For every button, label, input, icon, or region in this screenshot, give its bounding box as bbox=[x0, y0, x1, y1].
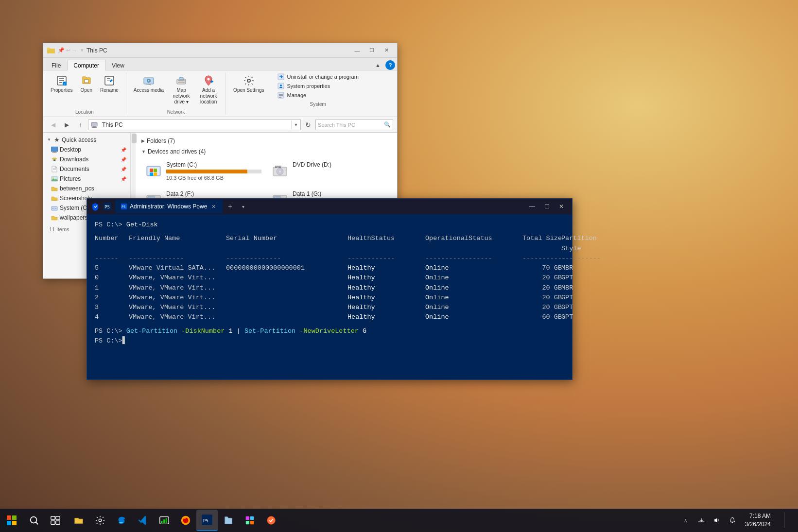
ps-minimize[interactable]: — bbox=[525, 201, 539, 212]
forward-button[interactable]: ▶ bbox=[61, 119, 72, 131]
maximize-button[interactable]: ☐ bbox=[365, 46, 379, 55]
tab-file[interactable]: File bbox=[45, 60, 67, 70]
ps-close[interactable]: ✕ bbox=[555, 201, 568, 212]
address-path-container[interactable]: This PC ▼ bbox=[88, 120, 301, 130]
drives-chevron: ▼ bbox=[141, 149, 146, 154]
sidebar-item-between-pcs[interactable]: between_pcs bbox=[43, 184, 130, 193]
settings-taskbar[interactable] bbox=[89, 510, 111, 531]
up-button[interactable]: ↑ bbox=[74, 119, 86, 131]
powershell-taskbar[interactable]: PS bbox=[196, 510, 218, 531]
map-drive-button[interactable]: Map network drive ▾ bbox=[168, 72, 194, 107]
show-desktop-button[interactable] bbox=[777, 510, 794, 531]
documents-icon bbox=[51, 166, 58, 172]
system-props-item[interactable]: System properties bbox=[275, 82, 360, 90]
system-c-bar-container bbox=[166, 170, 261, 173]
search-box[interactable]: Search This PC 🔍 bbox=[315, 120, 393, 130]
undo-btn[interactable]: ↩ bbox=[66, 47, 70, 53]
ps-dropdown[interactable]: ▾ bbox=[237, 201, 249, 212]
ps-tab-main[interactable]: PS Administrator: Windows Powe ✕ bbox=[115, 200, 223, 213]
tab-view[interactable]: View bbox=[105, 60, 131, 70]
svg-rect-30 bbox=[91, 122, 97, 126]
task-view-icon bbox=[50, 515, 61, 526]
quick-access-header[interactable]: ▼ ★ Quick access bbox=[43, 135, 130, 145]
sidebar-item-pictures[interactable]: Pictures 📌 bbox=[43, 174, 130, 184]
taskbar-datetime[interactable]: 7:18 AM 3/26/2024 bbox=[741, 512, 775, 529]
svg-line-68 bbox=[36, 522, 38, 525]
uninstall-item[interactable]: Uninstall or change a program bbox=[275, 72, 360, 81]
ribbon-collapse[interactable]: ▲ bbox=[372, 62, 383, 68]
system-c-space: 10.3 GB free of 68.8 GB bbox=[166, 175, 261, 181]
firefox-taskbar[interactable] bbox=[175, 510, 196, 531]
filemanager-taskbar[interactable] bbox=[218, 510, 239, 531]
app2-taskbar[interactable] bbox=[260, 510, 282, 531]
location-buttons: ✓ Properties Open bbox=[47, 72, 122, 107]
tray-volume[interactable] bbox=[710, 510, 724, 531]
open-settings-button[interactable]: Open Settings bbox=[230, 72, 267, 95]
drive-system-c[interactable]: System (C:) 10.3 GB free of 68.8 GB bbox=[141, 158, 265, 184]
svg-rect-64 bbox=[12, 515, 17, 520]
ps-cmd2-get: Get-Partition bbox=[126, 326, 177, 336]
vscode-taskbar[interactable] bbox=[132, 510, 154, 531]
redo-btn[interactable]: → bbox=[72, 48, 77, 53]
quick-access-chevron: ▼ bbox=[47, 137, 52, 142]
tab-computer[interactable]: Computer bbox=[67, 60, 105, 70]
drive-dvd-d[interactable]: DVD DVD Drive (D:) bbox=[268, 158, 391, 184]
svg-rect-25 bbox=[279, 87, 282, 88]
taskmanager-taskbar[interactable] bbox=[154, 510, 175, 531]
ps-tab-close[interactable]: ✕ bbox=[210, 203, 217, 210]
file-explorer-taskbar[interactable] bbox=[68, 510, 89, 531]
path-dropdown[interactable]: ▼ bbox=[292, 122, 300, 127]
window-controls: — ☐ ✕ bbox=[350, 46, 393, 55]
svg-rect-69 bbox=[51, 516, 55, 519]
system-c-label: System (C:) bbox=[60, 205, 90, 211]
access-media-button[interactable]: Access media bbox=[130, 72, 167, 95]
app1-taskbar[interactable] bbox=[239, 510, 260, 531]
ribbon-help[interactable]: ? bbox=[385, 60, 395, 70]
taskbar-pinned-apps: PS bbox=[66, 510, 679, 531]
settings-icon bbox=[95, 515, 105, 526]
svg-point-86 bbox=[267, 516, 276, 525]
address-bar: ◀ ▶ ↑ This PC ▼ ↻ Search This PC 🔍 bbox=[43, 117, 397, 133]
svg-rect-85 bbox=[250, 521, 254, 524]
add-location-button[interactable]: Add a network location bbox=[195, 72, 222, 107]
volume-icon bbox=[713, 516, 721, 524]
sidebar-item-downloads[interactable]: Downloads 📌 bbox=[43, 154, 130, 164]
svg-point-67 bbox=[31, 517, 37, 523]
ps-disk-row-3: 3 VMware, VMware Virt... Healthy Online … bbox=[95, 303, 564, 312]
svg-point-15 bbox=[148, 80, 149, 82]
tray-notification-center[interactable] bbox=[726, 510, 739, 531]
start-button[interactable] bbox=[0, 509, 23, 532]
svg-text:DVD: DVD bbox=[275, 165, 281, 168]
open-button[interactable]: Open bbox=[77, 72, 96, 95]
sidebar-item-desktop[interactable]: Desktop 📌 bbox=[43, 145, 130, 154]
task-view-button[interactable] bbox=[45, 510, 66, 531]
pin-btn[interactable]: 📌 bbox=[58, 47, 65, 53]
folders-section-header[interactable]: ▶ Folders (7) bbox=[139, 137, 393, 145]
tray-network[interactable] bbox=[694, 510, 708, 531]
ps-prompt-1: PS C:\> bbox=[95, 220, 122, 230]
close-button[interactable]: ✕ bbox=[380, 46, 393, 55]
map-drive-label: Map network drive ▾ bbox=[172, 87, 191, 105]
rename-button[interactable]: Rename bbox=[97, 72, 122, 95]
refresh-button[interactable]: ↻ bbox=[303, 120, 313, 130]
ps-maximize[interactable]: ☐ bbox=[540, 201, 554, 212]
search-taskbar-button[interactable] bbox=[23, 510, 45, 531]
explorer-title: This PC bbox=[87, 47, 107, 54]
system-list: Uninstall or change a program System pro… bbox=[275, 72, 360, 100]
minimize-button[interactable]: — bbox=[350, 46, 364, 55]
properties-button[interactable]: ✓ Properties bbox=[47, 72, 76, 95]
tray-show-hidden[interactable]: ∧ bbox=[679, 510, 693, 531]
ribbon-controls: ▲ ? bbox=[372, 60, 395, 70]
svg-text:PS: PS bbox=[104, 205, 110, 209]
add-location-icon bbox=[203, 75, 214, 86]
drives-section-header[interactable]: ▼ Devices and drives (4) bbox=[139, 147, 393, 156]
sidebar-item-documents[interactable]: Documents 📌 bbox=[43, 164, 130, 174]
search-taskbar-icon bbox=[29, 515, 39, 526]
edge-taskbar[interactable] bbox=[111, 510, 132, 531]
manage-item[interactable]: Manage bbox=[275, 91, 360, 100]
ps-new-tab[interactable]: + bbox=[224, 200, 236, 213]
system-props-icon bbox=[277, 82, 285, 90]
ps-body[interactable]: PS C:\> Get-Disk Number Friendly Name Se… bbox=[87, 214, 572, 379]
open-settings-icon bbox=[243, 75, 255, 86]
scrollbar-thumb[interactable] bbox=[132, 134, 137, 143]
